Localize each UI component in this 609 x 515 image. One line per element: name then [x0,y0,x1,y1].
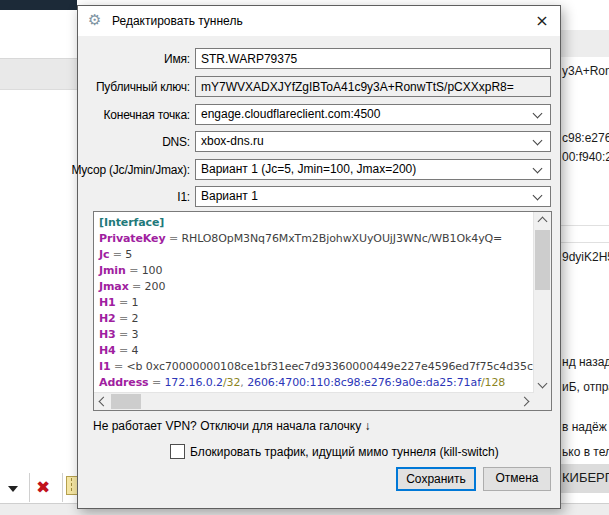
config-line: H1 = 1 [99,295,533,311]
config-line: H3 = 3 [99,327,533,343]
junk-combobox[interactable]: Вариант 1 (Jc=5, Jmin=100, Jmax=200) [195,159,551,180]
kill-switch-row: Блокировать трафик, идущий мимо туннеля … [78,443,562,461]
toolbar-separator [29,473,30,502]
kill-switch-label: Блокировать трафик, идущий мимо туннеля … [190,445,499,459]
edit-tunnel-dialog: ⚙ Редактировать туннель × Имя: Публичный… [77,5,561,509]
junk-value: Вариант 1 (Jc=5, Jmin=100, Jmax=200) [196,160,528,179]
i1-label: I1: [177,190,190,204]
background-title-strip [0,0,77,10]
background-divider [561,242,609,243]
vertical-scrollbar[interactable] [533,212,551,393]
config-line: Jc = 5 [99,247,533,263]
dns-value: xbox-dns.ru [196,132,528,151]
junk-label: Мусор (Jc/Jmin/Jmax): [71,163,190,177]
scroll-left-icon[interactable] [99,397,109,407]
scroll-right-icon[interactable] [520,397,530,407]
vertical-scroll-thumb[interactable] [535,230,550,290]
dialog-title: Редактировать туннель [112,14,243,28]
name-row: Имя: [78,48,562,70]
public-key-row: Публичный ключ: [78,76,562,98]
tunnel-gear-icon: ⚙ [88,11,101,29]
config-editor[interactable]: [Interface]PrivateKey = RHLO8OpM3Nq76MxT… [93,211,552,411]
config-line: I1 = <b 0xc70000000108ce1bf31eec7d933600… [99,359,533,375]
delete-tunnel-icon[interactable]: ✖ [36,476,50,498]
cancel-button[interactable]: Отмена [483,467,551,491]
config-line: Address = 172.16.0.2/32, 2606:4700:110:8… [99,375,533,391]
background-text-fragment: 00:f940:2: [562,150,609,164]
dns-combobox[interactable]: xbox-dns.ru [195,131,551,152]
config-line: Jmax = 200 [99,279,533,295]
chevron-down-icon [533,136,543,146]
vpn-hint-text: Не работает VPN? Отключи для начала гало… [93,419,370,433]
name-label: Имя: [164,52,190,66]
background-text-fragment: в надёж [562,420,607,434]
public-key-field[interactable] [195,76,551,97]
dns-row: DNS: xbox-dns.ru [78,131,562,153]
kill-switch-checkbox[interactable] [170,444,185,459]
i1-combobox[interactable]: Вариант 1 [195,186,551,207]
background-divider [561,225,609,226]
background-text-fragment: ько в тел [562,445,609,459]
config-line: Jmin = 100 [99,263,533,279]
chevron-down-icon [533,109,543,119]
horizontal-scroll-thumb[interactable] [111,394,141,409]
zip-zipper-detail [71,478,73,491]
config-line: H2 = 2 [99,311,533,327]
endpoint-row: Конечная точка: engage.cloudflareclient.… [78,104,562,126]
background-text-fragment: нд назад [562,355,609,369]
screen: y3A+Ronc98:e276:00:f940:2:9dyiK2H5нд наз… [0,0,609,515]
public-key-label: Публичный ключ: [96,80,190,94]
background-band-left [0,58,77,90]
i1-value: Вариант 1 [196,187,528,206]
scroll-down-icon[interactable] [538,379,548,389]
endpoint-value: engage.cloudflareclient.com:4500 [196,105,528,124]
add-tunnel-caret-icon[interactable] [8,486,18,492]
dns-label: DNS: [162,135,190,149]
chevron-down-icon [533,164,543,174]
background-text-fragment: иБ, отпра [562,380,609,394]
close-icon[interactable]: × [530,10,554,32]
i1-row: I1: Вариант 1 [78,186,562,208]
background-text-fragment: КИБЕРГ [562,470,609,485]
dialog-titlebar[interactable]: ⚙ Редактировать туннель × [78,6,560,36]
background-text-fragment: c98:e276: [562,131,609,145]
config-line: PrivateKey = RHLO8OpM3Nq76MxTm2BjohwXUyO… [99,231,533,247]
save-button[interactable]: Сохранить [396,467,476,491]
name-input[interactable] [195,48,551,69]
background-band-right [561,30,609,57]
scrollbar-corner [534,393,551,410]
background-text-fragment: 9dyiK2H5 [562,250,609,264]
config-line: H4 = 4 [99,343,533,359]
horizontal-scrollbar[interactable] [94,392,534,410]
endpoint-label: Конечная точка: [104,108,191,122]
toolbar-separator [62,473,63,502]
endpoint-combobox[interactable]: engage.cloudflareclient.com:4500 [195,104,551,125]
config-line: [Interface] [99,215,533,231]
background-text-fragment: y3A+Ron [562,64,609,78]
scroll-up-icon[interactable] [538,217,548,227]
chevron-down-icon [533,191,543,201]
junk-row: Мусор (Jc/Jmin/Jmax): Вариант 1 (Jc=5, J… [78,159,562,181]
config-content[interactable]: [Interface]PrivateKey = RHLO8OpM3Nq76MxT… [95,213,533,392]
